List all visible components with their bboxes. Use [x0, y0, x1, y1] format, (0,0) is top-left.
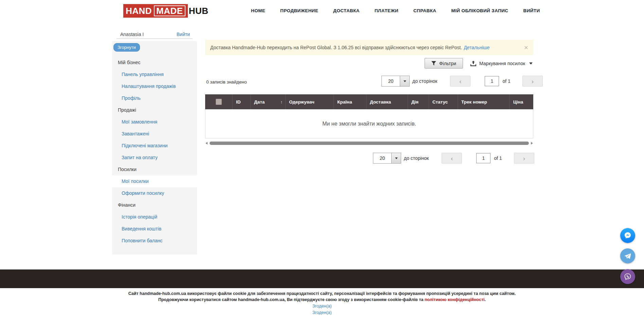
column-price[interactable]: Ціна	[510, 94, 533, 109]
select-caret-icon-bottom	[391, 153, 401, 163]
messenger-icon	[623, 231, 632, 240]
per-page-label-bottom: до сторінок	[404, 155, 429, 161]
nav-payments[interactable]: ПЛАТЕЖИ	[375, 8, 398, 13]
next-page-button[interactable]: ›	[522, 76, 543, 87]
nav-promotion[interactable]: ПРОДВИЖЕНИЕ	[280, 8, 318, 13]
telegram-button[interactable]	[620, 248, 635, 263]
sort-asc-icon[interactable]: ↑	[281, 99, 283, 105]
logo-made: MADE	[154, 5, 185, 16]
sidebar-section-parcels: Посилки	[112, 164, 197, 175]
table-empty-body: Ми не змогли знайти жодних записів.	[205, 109, 533, 138]
column-date-label: Дата	[254, 99, 265, 105]
sidebar-menu: Мій бізнес Панель управління Налаштуванн…	[112, 57, 197, 247]
sidebar-item-sales-settings[interactable]: Налаштування продажів	[112, 80, 197, 92]
cookie-line2-text: Продовжуючи користуватися сайтом handmad…	[158, 297, 425, 302]
column-track-number[interactable]: Трек номер	[458, 94, 510, 109]
logout-link[interactable]: Вийти	[177, 32, 190, 37]
filters-button[interactable]: Фільтри	[425, 58, 463, 69]
page: HAND MADE HUB HOME ПРОДВИЖЕНИЕ ДОСТАВКА …	[0, 0, 644, 318]
sidebar-item-my-orders[interactable]: Мої замовлення	[112, 116, 197, 128]
parcels-table: ID Дата ↑ Одержувач Країна Доставка Дія …	[205, 94, 533, 138]
column-status[interactable]: Статус	[429, 94, 458, 109]
marking-label: Маркування посилок	[479, 61, 525, 66]
banner-text: Доставка Handmade-Hub переходить на RePo…	[210, 45, 462, 50]
sidebar-item-my-parcels[interactable]: Мої посилки	[112, 175, 197, 187]
table-header-row: ID Дата ↑ Одержувач Країна Доставка Дія …	[205, 94, 533, 109]
sidebar-item-uploaded[interactable]: Завантажені	[112, 128, 197, 140]
sidebar-item-connected-stores[interactable]: Підключені магазини	[112, 140, 197, 152]
sidebar-item-withdraw-funds[interactable]: Виведення коштів	[112, 223, 197, 235]
nav-help[interactable]: СПРАВКА	[413, 8, 436, 13]
telegram-icon	[623, 251, 632, 260]
nav-my-account[interactable]: МІЙ ОБЛІКОВИЙ ЗАПИС	[451, 8, 508, 13]
sidebar-item-profile[interactable]: Профіль	[112, 92, 197, 104]
footer-cookie-notice: Сайт handmade-hub.com.ua використовує фа…	[0, 291, 644, 316]
banner-details-link[interactable]: Детальніше	[464, 45, 489, 50]
cookie-line2: Продовжуючи користуватися сайтом handmad…	[0, 297, 644, 303]
records-count: 0 записів знайдено	[206, 79, 247, 85]
privacy-policy-link[interactable]: політикою конфіденційності	[425, 297, 485, 302]
messenger-button[interactable]	[620, 228, 635, 243]
chevron-down-icon	[529, 62, 533, 64]
next-page-button-bottom[interactable]: ›	[514, 153, 534, 164]
page-size-value: 20	[382, 76, 400, 86]
sidebar: Згорнути Мій бізнес Панель управління На…	[112, 41, 197, 255]
page-of-label: of 1	[502, 78, 510, 84]
pagination-bottom: 20 до сторінок ‹ of 1 ›	[373, 153, 534, 164]
prev-page-button-bottom[interactable]: ‹	[442, 153, 462, 164]
sidebar-item-operations-history[interactable]: Історія операцій	[112, 211, 197, 223]
sidebar-section-my-business: Мій бізнес	[112, 57, 197, 69]
nav-logout[interactable]: ВИЙТИ	[523, 8, 540, 13]
close-icon[interactable]: ×	[524, 44, 528, 51]
agree-link-2[interactable]: Згоден(а)	[0, 309, 644, 316]
horizontal-scrollbar	[205, 141, 533, 145]
cookie-line1: Сайт handmade-hub.com.ua використовує фа…	[0, 291, 644, 297]
per-page-label: до сторінок	[412, 78, 437, 84]
footer-dark-bar	[0, 269, 644, 288]
logo[interactable]: HAND MADE HUB	[123, 4, 209, 18]
sidebar-item-top-up-balance[interactable]: Поповнити баланс	[112, 235, 197, 247]
page-number-input[interactable]	[485, 76, 499, 86]
select-all-cell	[205, 94, 233, 109]
filters-label: Фільтри	[439, 61, 456, 66]
column-country[interactable]: Країна	[334, 94, 366, 109]
username: Anastasia I	[120, 32, 144, 37]
page-of-label-bottom: of 1	[494, 155, 502, 161]
logo-hand: HAND	[126, 6, 152, 15]
scroll-left-icon[interactable]	[205, 142, 208, 145]
sidebar-section-finance: Фінанси	[112, 199, 197, 211]
user-bar: Anastasia I Вийти	[117, 30, 193, 39]
viber-button[interactable]	[620, 269, 635, 284]
upload-icon	[470, 61, 476, 66]
page-number-input-bottom[interactable]	[476, 153, 490, 163]
sidebar-section-sales: Продажі	[112, 104, 197, 116]
column-delivery[interactable]: Доставка	[366, 94, 408, 109]
empty-message: Ми не змогли знайти жодних записів.	[322, 121, 416, 127]
scrollbar-thumb[interactable]	[210, 142, 529, 145]
scroll-right-icon[interactable]	[531, 142, 533, 145]
sidebar-item-create-parcel[interactable]: Оформити посилку	[112, 187, 197, 199]
column-action[interactable]: Дія	[408, 94, 429, 109]
pagination-top: 20 до сторінок ‹ of 1 ›	[381, 76, 543, 87]
logo-hub: HUB	[188, 6, 209, 16]
sidebar-item-payment-request[interactable]: Запит на оплату	[112, 152, 197, 164]
sidebar-item-dashboard[interactable]: Панель управління	[112, 69, 197, 80]
page-size-select-bottom[interactable]: 20	[373, 153, 401, 164]
column-date[interactable]: Дата ↑	[251, 94, 286, 109]
select-caret-icon	[400, 76, 409, 86]
page-size-select[interactable]: 20	[381, 76, 410, 87]
column-id[interactable]: ID	[233, 94, 251, 109]
parcel-marking-dropdown[interactable]: Маркування посилок	[470, 60, 533, 67]
cookie-line2-end: .	[485, 297, 486, 302]
column-recipient[interactable]: Одержувач	[286, 94, 334, 109]
prev-page-button[interactable]: ‹	[450, 76, 470, 87]
nav-home[interactable]: HOME	[251, 8, 265, 13]
viber-icon	[623, 272, 632, 281]
agree-link-1[interactable]: Згоден(а)	[0, 303, 644, 309]
nav-delivery[interactable]: ДОСТАВКА	[333, 8, 360, 13]
main-nav: HOME ПРОДВИЖЕНИЕ ДОСТАВКА ПЛАТЕЖИ СПРАВК…	[251, 0, 540, 21]
funnel-icon	[431, 61, 436, 66]
select-all-checkbox[interactable]	[216, 99, 222, 105]
collapse-button[interactable]: Згорнути	[113, 43, 140, 52]
logo-red-box: HAND MADE	[123, 4, 188, 18]
